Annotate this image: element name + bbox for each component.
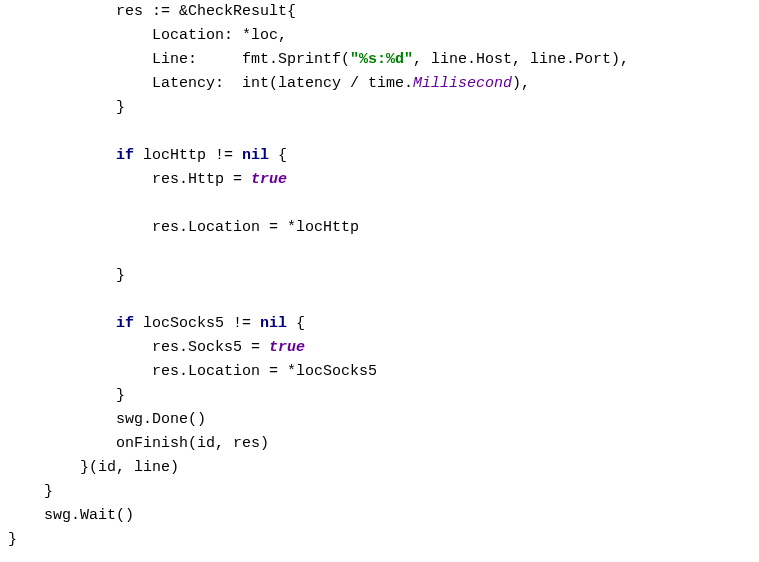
code-token: true <box>269 339 305 356</box>
code-token: nil <box>260 315 287 332</box>
code-token: true <box>251 171 287 188</box>
code-token: "%s:%d" <box>350 51 413 68</box>
code-token: nil <box>242 147 269 164</box>
code-block: res := &CheckResult{ Location: *loc, Lin… <box>0 0 759 552</box>
code-token: Millisecond <box>413 75 512 92</box>
code-token: if <box>116 147 134 164</box>
code-token: if <box>116 315 134 332</box>
